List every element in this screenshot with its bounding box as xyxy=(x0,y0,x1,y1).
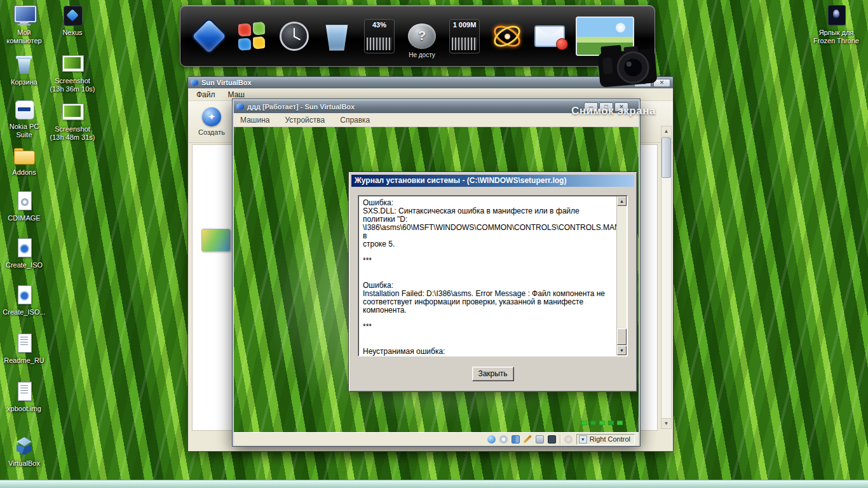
menu-file[interactable]: Файл xyxy=(196,90,215,99)
dock-item-network[interactable] xyxy=(489,13,526,59)
menu-machine[interactable]: Машина xyxy=(240,116,269,125)
desktop-icon-create-iso-2[interactable]: Create_ISO... xyxy=(1,285,47,316)
desktop-icon-virtualbox[interactable]: VirtualBox xyxy=(1,436,47,468)
desktop-icon-readme-ru[interactable]: Readme_RU xyxy=(1,333,47,365)
desktop-icon-xpboot-img[interactable]: xpboot.img xyxy=(1,381,47,413)
desktop-icon-cdimage[interactable]: CDIMAGE xyxy=(1,191,47,222)
desktop-icon-label: xpboot.img xyxy=(1,405,47,413)
host-window-title: Sun VirtualBox xyxy=(201,79,632,86)
dock-item-mail[interactable] xyxy=(531,13,568,59)
shared-folder-status-icon[interactable] xyxy=(536,435,544,444)
desktop-icon-nexus[interactable]: Nexus xyxy=(50,5,95,37)
desktop-icon-frozen-throne[interactable]: Ярлык для Frozen Throne xyxy=(808,5,864,44)
cpu-meter-icon: 43% xyxy=(364,19,395,53)
dock-item-cpu-meter[interactable]: 43% xyxy=(361,13,398,59)
virtualbox-icon xyxy=(236,103,244,111)
desktop-icon-label: Create_ISO... xyxy=(1,308,47,316)
desktop-icon-label: Addons xyxy=(1,168,47,177)
hdd-status-icon[interactable] xyxy=(487,435,496,444)
host-key-icon: ▼ xyxy=(579,435,587,444)
scroll-thumb[interactable] xyxy=(661,137,671,178)
desktop-icon-create-iso[interactable]: Create_ISO xyxy=(1,238,47,269)
dock-item-ram-meter[interactable]: 1 009M xyxy=(446,13,483,59)
desktop-icon-label: Screenshot (13h 48m 31s) xyxy=(50,125,95,141)
unavailable-label: Не досту xyxy=(403,51,440,58)
ram-usage-label: 1 009M xyxy=(450,21,479,29)
vm-window-title: ддд [Работает] - Sun VirtualBox xyxy=(247,103,583,111)
menu-machine[interactable]: Маш xyxy=(228,90,245,99)
question-glyph: ? xyxy=(418,29,426,43)
recycle-bin-icon xyxy=(12,55,36,76)
scroll-up-button[interactable]: ▲ xyxy=(617,196,627,206)
host-scrollbar[interactable]: ▲ ▼ xyxy=(661,126,672,429)
dock-item-nexus[interactable] xyxy=(191,13,227,59)
dock-item-recycle-bin[interactable] xyxy=(318,13,355,59)
create-vm-icon xyxy=(202,107,221,126)
dialog-title[interactable]: Журнал установки системы - (C:\WINDOWS\s… xyxy=(351,175,634,187)
desktop-icon-label: Мой компьютер xyxy=(1,29,47,44)
folder-icon xyxy=(12,145,36,166)
virtualbox-icon xyxy=(191,79,198,86)
scroll-down-button[interactable]: ▼ xyxy=(617,346,627,355)
nexus-icon xyxy=(190,17,227,55)
screenshot-icon xyxy=(60,53,85,75)
menu-help[interactable]: Справка xyxy=(340,116,370,125)
scroll-thumb[interactable] xyxy=(617,329,627,345)
frozen-throne-icon xyxy=(824,5,848,27)
dialog-scrollbar[interactable]: ▲ ▼ xyxy=(616,196,627,355)
screenshot-caption: Снимок экрана xyxy=(571,105,656,118)
camera-icon xyxy=(591,33,663,98)
image-file-icon xyxy=(12,381,36,403)
virtualbox-icon xyxy=(12,436,36,458)
question-icon: ? xyxy=(408,24,436,49)
recycle-bin-icon xyxy=(325,22,348,51)
led-indicators xyxy=(581,421,623,425)
display-status-icon[interactable] xyxy=(548,435,556,444)
desktop-icon-label: Nokia PC Suite xyxy=(1,123,47,139)
desktop-icon-my-computer[interactable]: Мой компьютер xyxy=(1,5,47,44)
desktop-icon-label: Nexus xyxy=(50,29,95,37)
mail-icon xyxy=(534,25,565,47)
dock-item-unavailable[interactable]: ? Не досту xyxy=(403,13,440,59)
vm-statusbar: ▼ Right Control xyxy=(234,432,639,445)
host-key-label: Right Control xyxy=(590,435,630,443)
desktop-icon-label: Create_ISO xyxy=(1,261,47,269)
dock-item-windows[interactable] xyxy=(233,13,270,59)
host-key-panel: ▼ Right Control xyxy=(576,434,635,445)
vm-list-item[interactable] xyxy=(201,229,231,252)
scroll-down-button[interactable]: ▼ xyxy=(661,418,671,428)
nexus-icon xyxy=(60,5,85,27)
desktop-icon-screenshot-2[interactable]: Screenshot (13h 48m 31s) xyxy=(50,102,95,141)
vm-display: Журнал установки системы - (C:\WINDOWS\s… xyxy=(234,127,639,432)
nexus-dock: 43% ? Не досту 1 009M xyxy=(180,5,655,67)
desktop-icon-addons[interactable]: Addons xyxy=(1,145,47,177)
usb-status-icon[interactable] xyxy=(524,435,532,444)
scroll-up-button[interactable]: ▲ xyxy=(661,126,671,137)
atom-icon xyxy=(491,22,524,51)
desktop-icon-label: Readme_RU xyxy=(1,356,47,365)
close-dialog-button[interactable]: Закрыть xyxy=(472,367,514,381)
network-status-icon[interactable] xyxy=(512,435,520,444)
desktop-icon-label: Ярлык для Frozen Throne xyxy=(808,29,864,44)
menu-devices[interactable]: Устройства xyxy=(285,116,325,125)
cd-status-icon[interactable] xyxy=(499,435,508,444)
vm-window: ддд [Работает] - Sun VirtualBox ─ □ ✕ Ма… xyxy=(232,98,641,447)
desktop: Мой компьютер Корзина Nokia PC Suite Add… xyxy=(0,0,868,488)
create-vm-button[interactable]: Создать xyxy=(194,103,229,141)
disc-document-icon xyxy=(12,191,36,212)
desktop-icon-recycle-bin[interactable]: Корзина xyxy=(1,55,47,86)
desktop-icon-label: Screenshot (13h 36m 10s) xyxy=(50,77,95,93)
desktop-icon-label: CDIMAGE xyxy=(1,214,47,222)
desktop-icon-screenshot-1[interactable]: Screenshot (13h 36m 10s) xyxy=(50,53,95,93)
cpu-usage-label: 43% xyxy=(365,21,394,29)
statusbar-divider xyxy=(560,435,560,444)
my-computer-icon xyxy=(12,5,36,27)
ram-meter-icon: 1 009M xyxy=(449,19,480,53)
dock-item-clock[interactable] xyxy=(276,13,313,59)
mouse-integration-icon[interactable] xyxy=(564,435,573,444)
desktop-icon-label: VirtualBox xyxy=(1,459,47,468)
desktop-icon-nokia-pc-suite[interactable]: Nokia PC Suite xyxy=(1,99,47,139)
setup-error-dialog: Журнал установки системы - (C:\WINDOWS\s… xyxy=(348,172,637,392)
gear-document-icon xyxy=(12,285,36,306)
text-document-icon xyxy=(12,333,36,355)
